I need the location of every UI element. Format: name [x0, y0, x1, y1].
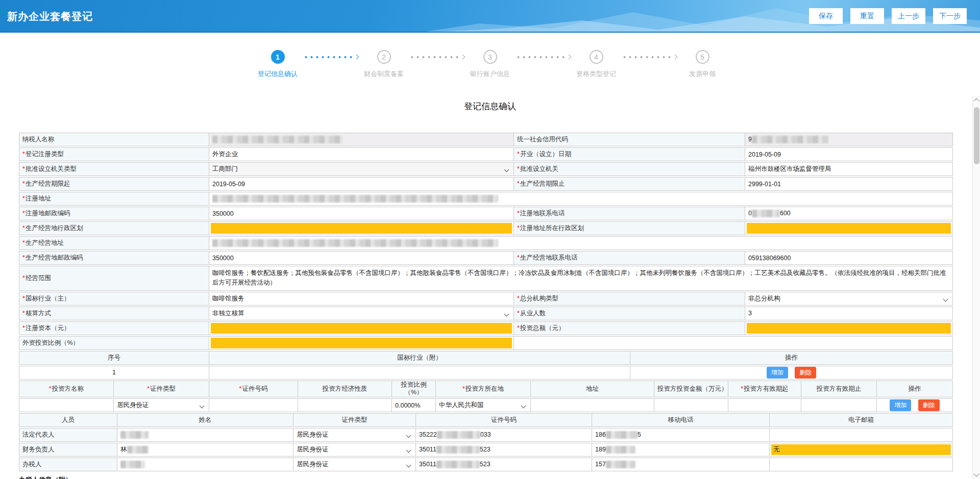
redacted-value: [436, 461, 480, 468]
valid-to-input[interactable]: [801, 398, 877, 412]
foreign-ratio-input[interactable]: [209, 336, 514, 350]
invest-amount-input[interactable]: [654, 398, 728, 412]
prev-step-button[interactable]: 上一步: [892, 8, 925, 24]
redacted-value: [606, 431, 638, 439]
tax-clerk-phone: 157: [592, 458, 770, 471]
table-row: *生产经营期限起 2019-05-09 *生产经营期限止 2999-01-01: [19, 177, 953, 191]
org-type-label: *总分机构类型: [514, 292, 745, 306]
reset-button[interactable]: 重置: [850, 8, 884, 24]
reg-phone-value: 0600: [745, 207, 953, 220]
finance-officer-email-input[interactable]: 无: [770, 443, 953, 457]
reg-capital-input[interactable]: [209, 321, 514, 335]
investor-address-input[interactable]: [531, 398, 654, 412]
reg-address-label: *注册地址: [19, 192, 209, 206]
credit-code-value: 9: [745, 133, 953, 146]
legal-rep-phone: 1865: [592, 428, 770, 442]
org-type-select[interactable]: 非总分机构: [745, 292, 953, 306]
actions-header: 操作: [877, 381, 953, 397]
scrollbar-thumb[interactable]: [974, 107, 979, 164]
biz-area-code-label: *生产经营地行政区划: [19, 221, 209, 235]
table-row: *注册资本（元） *投资总额（元）: [19, 321, 953, 335]
redacted-value: [752, 136, 828, 143]
add-industry-button[interactable]: 增加: [767, 367, 788, 379]
finance-officer-role: 财务负责人: [19, 443, 117, 457]
redacted-value: [212, 239, 498, 247]
employees-value: 3: [745, 307, 953, 320]
person-cert-type-header: 证件类型: [293, 413, 416, 427]
table-row: 财务负责人 林 居民身份证 35011523 189 无: [19, 443, 953, 457]
total-invest-input[interactable]: [745, 321, 953, 335]
vertical-scrollbar[interactable]: [972, 96, 980, 479]
chevron-down-icon: [504, 311, 509, 316]
tax-clerk-name: [117, 458, 293, 471]
accounting-select[interactable]: 非独立核算: [209, 307, 514, 320]
seq-header: 序号: [19, 351, 209, 365]
economic-nature-input[interactable]: [298, 398, 392, 412]
next-step-button[interactable]: 下一步: [933, 8, 967, 24]
tax-clerk-info-section-label: 办税人信息（附）: [19, 475, 953, 479]
step-5-circle: 5: [696, 50, 709, 64]
investor-cert-type-select[interactable]: 居民身份证: [114, 398, 209, 412]
step-1-registration-info[interactable]: 1 登记信息确认: [254, 50, 301, 79]
delete-investor-button[interactable]: 删除: [918, 399, 940, 411]
reg-area-code-input[interactable]: [745, 221, 953, 235]
approve-org-type-select[interactable]: 工商部门: [209, 162, 514, 176]
save-button[interactable]: 保存: [809, 8, 843, 24]
chevron-down-icon: [943, 296, 948, 301]
finance-officer-name: 林: [117, 443, 293, 457]
step-2-accounting-system[interactable]: 2 财会制度备案: [360, 50, 407, 79]
chevron-down-icon: [406, 448, 411, 453]
approve-org-label: *批准设立机关: [514, 162, 745, 176]
valid-from-input[interactable]: [728, 398, 801, 412]
industry-main-label: *国标行业（主）: [19, 292, 209, 306]
biz-scope-label: *经营范围: [19, 266, 209, 291]
biz-area-code-input[interactable]: [209, 221, 514, 235]
taxpayer-name-label: 纳税人名称: [19, 133, 209, 146]
open-date-label: *开业（设立）日期: [514, 147, 745, 161]
step-4-qualification-type[interactable]: 4 资格类型登记: [573, 50, 620, 79]
invest-amount-header: 投资方投资金额（万元）: [654, 381, 728, 397]
table-row: *国标行业（主） 咖啡馆服务 *总分机构类型 非总分机构: [19, 292, 953, 306]
biz-term-end-value: 2999-01-01: [745, 177, 953, 191]
reg-zip-label: *注册地邮政编码: [19, 207, 209, 220]
investor-cert-no-header: *证件号码: [209, 381, 298, 397]
redacted-value: [120, 431, 149, 439]
connector-1-2: [301, 50, 360, 64]
legal-rep-email[interactable]: [770, 428, 953, 442]
reg-area-code-label: *注册地址所在行政区划: [514, 221, 745, 235]
finance-officer-cert-type-select[interactable]: 居民身份证: [293, 443, 416, 457]
step-4-circle: 4: [590, 50, 603, 64]
scroll-down-icon[interactable]: [973, 471, 979, 476]
investor-cert-no-input[interactable]: [209, 398, 298, 412]
main-info-table: 纳税人名称 统一社会信用代码 9 *登记注册类型 外资企业 *开业（设立）日期 …: [19, 132, 953, 351]
step-3-bank-account[interactable]: 3 银行账户信息: [467, 50, 513, 79]
tax-clerk-cert-type-select[interactable]: 居民身份证: [293, 458, 416, 471]
scroll-up-icon[interactable]: [973, 98, 979, 104]
add-investor-button[interactable]: 增加: [890, 399, 911, 411]
step-5-invoice-application[interactable]: 5 发票申领: [679, 50, 726, 79]
investor-location-select[interactable]: 中华人民共和国: [436, 398, 531, 412]
reg-zip-value: 350000: [209, 207, 514, 220]
table-row: *生产经营地址: [19, 236, 953, 250]
legal-rep-role: 法定代表人: [19, 428, 117, 442]
credit-code-label: 统一社会信用代码: [514, 133, 745, 146]
redacted-value: [437, 431, 480, 439]
biz-scope-value: 咖啡馆服务；餐饮配送服务；其他预包装食品零售（不含国境口岸）；其他散装食品零售（…: [209, 266, 953, 291]
person-phone-header: 移动电话: [592, 413, 770, 427]
delete-industry-button[interactable]: 删除: [795, 367, 816, 379]
additional-industry-table: 序号 国标行业（附） 操作 1 增加 删除: [19, 350, 953, 381]
investor-name-input[interactable]: [19, 398, 114, 412]
table-row: 法定代表人 居民身份证 35222033 1865: [19, 428, 953, 442]
industry-row-actions: 增加 删除: [630, 366, 953, 380]
legal-rep-cert-type-select[interactable]: 居民身份证: [293, 428, 416, 442]
tax-clerk-email[interactable]: [770, 458, 953, 471]
biz-zip-value: 350000: [209, 251, 514, 265]
invest-ratio-header: 投资比例（%）: [392, 381, 436, 397]
table-row: *生产经营地邮政编码 350000 *生产经营地联系电话 05913806960…: [19, 251, 953, 265]
industry-main-value: 咖啡馆服务: [209, 292, 514, 306]
page-title: 新办企业套餐登记: [7, 10, 93, 23]
table-row: *登记注册类型 外资企业 *开业（设立）日期 2019-05-09: [19, 147, 953, 161]
legal-rep-name: [117, 428, 293, 442]
table-header-row: 序号 国标行业（附） 操作: [19, 351, 953, 365]
table-row: 纳税人名称 统一社会信用代码 9: [19, 133, 953, 146]
